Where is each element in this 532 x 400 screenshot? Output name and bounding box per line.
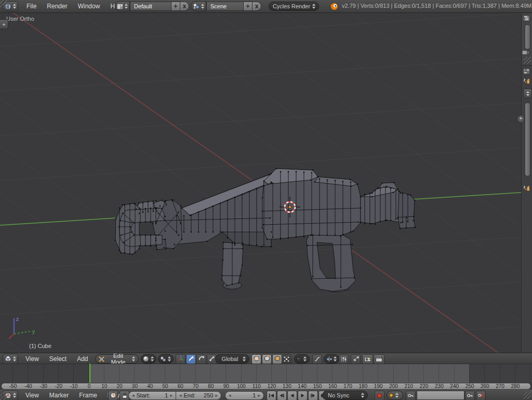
editor-type-select-3dview[interactable] [3, 354, 18, 364]
timeline-menu-frame[interactable]: Frame [74, 390, 102, 400]
pin-id-icon[interactable] [522, 78, 529, 85]
rotate-manipulator-button[interactable] [196, 354, 206, 364]
ruler-tick: 0 [88, 383, 91, 389]
layout-browse-button[interactable] [115, 1, 130, 11]
render-engine-select[interactable]: Cycles Render [269, 2, 319, 11]
play-reverse-button[interactable] [287, 391, 297, 400]
sidebar-open-button[interactable]: + [517, 115, 525, 123]
key-delete-icon [478, 393, 484, 398]
layout-name-field[interactable]: Default [130, 2, 171, 11]
viewport-canvas[interactable]: zy [0, 13, 532, 353]
outliner-scrollbar[interactable] [525, 24, 530, 49]
edge-select-button[interactable] [262, 354, 272, 364]
camera-data-icon[interactable] [522, 49, 529, 55]
proportional-edit-button[interactable] [312, 354, 322, 364]
info-menu-render[interactable]: Render [42, 0, 72, 12]
snap-target-icon [326, 356, 332, 362]
outliner-editor-icon[interactable] [523, 15, 530, 22]
increment-icon[interactable]: ▸ [169, 393, 174, 398]
layout-close-button[interactable]: x [180, 2, 189, 11]
view3d-menu-select[interactable]: Select [44, 353, 72, 364]
timeline-area[interactable] [0, 364, 532, 383]
vertex-select-button[interactable] [251, 354, 261, 364]
viewport-shading-select[interactable] [141, 354, 156, 364]
active-keying-set-field[interactable] [417, 391, 464, 400]
play-button[interactable] [298, 391, 308, 400]
ruler-tick: 260 [481, 383, 489, 389]
next-keyframe-button[interactable] [308, 391, 318, 400]
decrement-icon[interactable]: ◂ [178, 393, 183, 398]
area-corner-grip[interactable] [524, 392, 531, 399]
sync-mode-select[interactable]: No Sync [322, 391, 368, 400]
snap-element-select[interactable] [294, 354, 310, 364]
scene-add-button[interactable]: + [243, 2, 252, 11]
insert-keyframe-button[interactable] [465, 391, 475, 400]
properties-context-spin[interactable] [523, 88, 532, 98]
increment-icon[interactable]: ▸ [257, 393, 261, 398]
solid-shading-icon [143, 356, 149, 362]
lock-icon [122, 393, 127, 398]
decrement-icon[interactable]: ◂ [228, 393, 232, 398]
face-select-button[interactable] [272, 354, 282, 364]
area-corner-grip[interactable] [0, 0, 7, 7]
pivot-point-select[interactable] [158, 354, 174, 364]
increment-icon[interactable]: ▸ [214, 393, 219, 398]
playback-controls [267, 391, 329, 400]
view3d-menu-view[interactable]: View [20, 353, 44, 364]
auto-keyframe-button[interactable] [375, 391, 384, 400]
pin-object-icon[interactable] [522, 185, 529, 192]
timeline-menu-view[interactable]: View [20, 390, 44, 400]
timeline-ruler-scrollbar[interactable]: -50-40-30-20-100102030405060708090100110… [1, 383, 531, 390]
keying-set-select[interactable] [387, 391, 403, 400]
rotate-manipulator-icon [198, 354, 205, 364]
render-camera-icon [364, 356, 371, 362]
prev-keyframe-button[interactable] [277, 391, 287, 400]
manipulator-axes-button[interactable] [176, 354, 185, 364]
frame-end-field[interactable]: ◂ End: 250 ▸ [176, 391, 221, 400]
limit-to-visible-button[interactable] [282, 354, 291, 364]
view3d-menu-add[interactable]: Add [72, 353, 93, 364]
delete-keyframe-button[interactable] [476, 391, 486, 400]
snap-target-select[interactable] [324, 354, 339, 364]
vertex-select-icon [254, 354, 260, 364]
render-engine-group: Cycles Render [269, 2, 319, 11]
ruler-tick: 130 [283, 383, 291, 389]
toolshelf-open-button[interactable]: + [0, 19, 8, 29]
use-preview-range-button[interactable] [108, 391, 118, 400]
3d-viewport[interactable]: zy User Ortho (1) Cube + [0, 13, 532, 353]
area-resize-grip[interactable] [524, 57, 531, 64]
clapperboard-icon [376, 356, 382, 362]
translate-manipulator-button[interactable] [186, 354, 196, 364]
mesh-select-mode-group [251, 354, 283, 364]
jump-to-start-button[interactable] [267, 391, 276, 400]
scene-close-button[interactable]: x [252, 2, 261, 11]
frame-start-field[interactable]: ◂ Start: 1 ▸ [128, 391, 176, 400]
info-menu-file[interactable]: File [21, 0, 42, 12]
scene-statistics: v2.79 | Verts:0/813 | Edges:0/1,518 | Fa… [342, 3, 532, 9]
copy-result-button[interactable] [351, 354, 361, 364]
timeline-menu-marker[interactable]: Marker [44, 390, 74, 400]
properties-scrollbar[interactable] [525, 102, 530, 176]
duplicate-move-icon [353, 356, 359, 362]
current-frame-field[interactable]: ◂ 1 ▸ [225, 391, 264, 400]
properties-editor-icon[interactable] [523, 68, 530, 75]
ruler-tick: 140 [298, 383, 307, 389]
decrement-icon[interactable]: ◂ [131, 393, 136, 398]
info-menu-window[interactable]: Window [73, 0, 105, 12]
render-image-button[interactable] [362, 354, 373, 364]
pivot-selector [158, 354, 174, 364]
mode-select[interactable]: Edit Mode [95, 354, 139, 364]
ruler-tick: 90 [223, 383, 229, 389]
area-corner-grip[interactable] [0, 393, 7, 400]
proportional-group [312, 354, 339, 364]
scene-browse-button[interactable] [191, 1, 206, 11]
scene-name-field[interactable]: Scene [206, 2, 244, 11]
transform-orientation-select[interactable]: Global [215, 354, 249, 364]
timeline-playhead[interactable] [89, 364, 90, 383]
layout-add-button[interactable]: + [171, 2, 180, 11]
layer-filter-button[interactable] [339, 354, 349, 364]
render-animation-button[interactable] [374, 354, 384, 364]
keying-set-key-button[interactable] [406, 391, 416, 400]
next-keyframe-icon [310, 391, 316, 400]
key-insert-icon [467, 393, 473, 398]
